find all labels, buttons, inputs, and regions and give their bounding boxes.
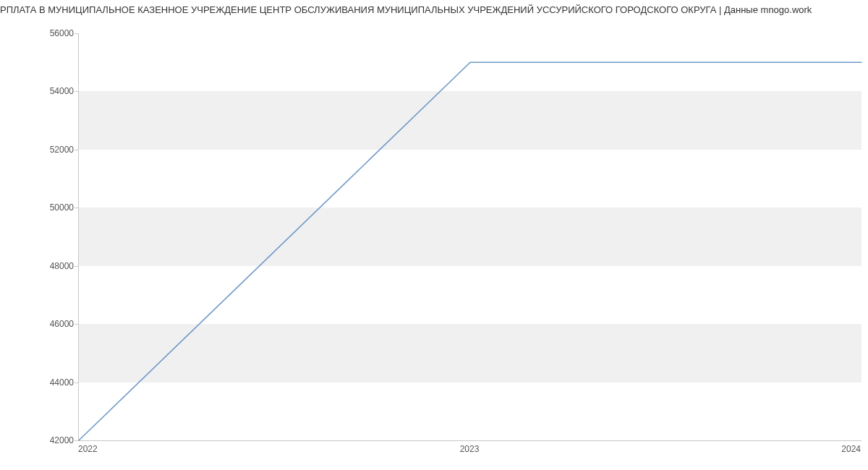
- y-tick-mark: [75, 33, 78, 34]
- y-tick-mark: [75, 324, 78, 325]
- line-series: [79, 33, 861, 440]
- y-tick-mark: [75, 266, 78, 267]
- y-tick-label: 54000: [43, 86, 74, 96]
- x-tick-label: 2024: [841, 444, 861, 454]
- y-tick-label: 50000: [43, 202, 74, 213]
- y-tick-label: 44000: [43, 377, 74, 388]
- y-tick-mark: [75, 440, 78, 441]
- y-tick-label: 56000: [43, 28, 74, 38]
- chart-title: РПЛАТА В МУНИЦИПАЛЬНОЕ КАЗЕННОЕ УЧРЕЖДЕН…: [0, 4, 868, 15]
- y-tick-mark: [75, 91, 78, 92]
- x-tick-label: 2023: [460, 444, 480, 454]
- x-tick-label: 2022: [78, 444, 98, 454]
- plot-area: [78, 33, 861, 441]
- y-tick-mark: [75, 150, 78, 150]
- y-tick-mark: [75, 208, 78, 208]
- y-tick-label: 46000: [43, 319, 74, 329]
- y-tick-label: 42000: [43, 435, 74, 445]
- y-tick-mark: [75, 383, 78, 383]
- y-tick-label: 52000: [43, 145, 74, 155]
- y-tick-label: 48000: [43, 261, 74, 271]
